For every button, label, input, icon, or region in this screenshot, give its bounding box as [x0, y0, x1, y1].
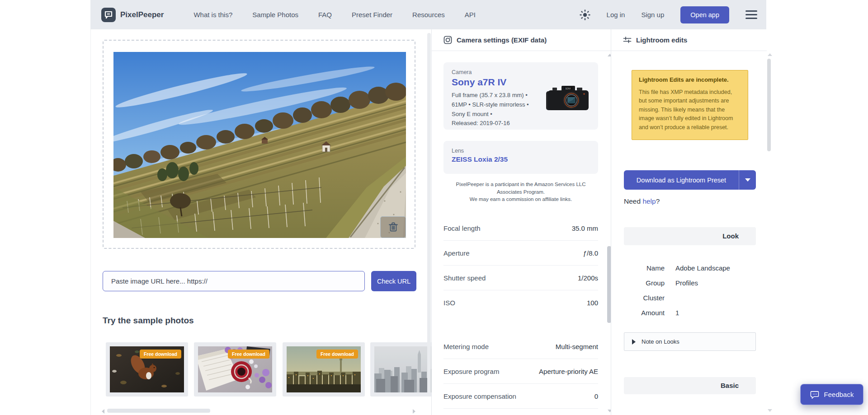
- need-help-text: Need help?: [624, 197, 660, 205]
- download-preset-label: Download as Lightroom Preset: [624, 177, 739, 184]
- samples-heading: Try the sample photos: [103, 316, 194, 326]
- exif-table-secondary: Metering modeMulti-segment Exposure prog…: [443, 334, 598, 409]
- exif-row-exposure-compensation: Exposure compensation0: [443, 384, 598, 409]
- download-options-dropdown[interactable]: [739, 178, 756, 182]
- chevron-down-icon: [745, 178, 750, 182]
- exif-scroll-up-arrow[interactable]: [608, 54, 611, 56]
- trash-icon: [388, 222, 398, 233]
- nav-link-preset-finder[interactable]: Preset Finder: [352, 11, 392, 19]
- camera-icon: [443, 36, 452, 44]
- warning-body: This file has XMP metadata included, but…: [639, 88, 741, 132]
- help-link[interactable]: help: [642, 197, 656, 205]
- uploader-column: Check URL Try the sample photos: [91, 29, 431, 415]
- uploaded-photo-vineyard-landscape: [113, 52, 406, 238]
- exif-row-iso: ISO100: [443, 290, 598, 315]
- open-app-button[interactable]: Open app: [680, 6, 729, 23]
- log-in-link[interactable]: Log in: [607, 11, 625, 19]
- camera-product-image: SONY: [544, 84, 592, 113]
- basic-row-profile-partial: ProfileAdobe Landscape: [624, 411, 756, 415]
- incomplete-edits-warning: Lightroom Edits are incomplete. This fil…: [632, 70, 748, 140]
- svg-text:SONY: SONY: [566, 88, 571, 90]
- sample-photo-city-hazy[interactable]: [370, 342, 431, 396]
- exif-row-exposure-program: Exposure programAperture-priority AE: [443, 359, 598, 384]
- look-section-header: Look: [624, 227, 756, 245]
- samples-horizontal-scrollbar[interactable]: [107, 409, 210, 413]
- exif-vertical-scrollbar[interactable]: [607, 246, 611, 323]
- image-dropzone[interactable]: [103, 40, 415, 249]
- lightroom-header-title: Lightroom edits: [636, 36, 687, 44]
- free-download-badge: Free download: [316, 350, 358, 359]
- basic-section-header: Basic: [624, 377, 756, 394]
- lightroom-column: Lightroom edits Lightroom Edits are inco…: [611, 29, 767, 415]
- camera-label: Camera: [452, 69, 590, 75]
- look-row-cluster: Cluster: [624, 290, 756, 305]
- sign-up-link[interactable]: Sign up: [641, 11, 664, 19]
- nav-link-what-is-this[interactable]: What is this?: [193, 11, 232, 19]
- lens-card: Lens ZEISS Loxia 2/35: [443, 141, 598, 174]
- lightroom-scroll-up-arrow[interactable]: [768, 53, 772, 56]
- theme-toggle-sun-icon[interactable]: [580, 9, 590, 20]
- download-preset-button[interactable]: Download as Lightroom Preset: [624, 170, 756, 190]
- lightroom-scroll-down-arrow[interactable]: [768, 409, 772, 412]
- feedback-label: Feedback: [824, 391, 854, 398]
- uploader-vertical-scrollbar[interactable]: [427, 33, 431, 394]
- brand-name[interactable]: PixelPeeper: [120, 10, 164, 19]
- lens-label: Lens: [452, 148, 590, 154]
- lens-name-link[interactable]: ZEISS Loxia 2/35: [452, 155, 590, 163]
- exif-table-primary: Focal length35.0 mm Apertureƒ/8.0 Shutte…: [443, 216, 598, 315]
- exif-row-focal-length: Focal length35.0 mm: [443, 216, 598, 241]
- exif-row-shutter-speed: Shutter speed1/200s: [443, 266, 598, 290]
- exif-scroll-down-arrow[interactable]: [608, 410, 611, 412]
- exif-header-title: Camera settings (EXIF data): [457, 36, 547, 44]
- hamburger-menu-icon[interactable]: [745, 10, 757, 19]
- pixelpeeper-logo-icon[interactable]: [101, 8, 116, 22]
- exif-row-metering-mode: Metering modeMulti-segment: [443, 334, 598, 359]
- look-row-group: GroupProfiles: [624, 275, 756, 290]
- samples-scroll-right-arrow[interactable]: [413, 409, 415, 414]
- sample-photo-squirrel[interactable]: Free download: [106, 342, 188, 396]
- sliders-icon: [623, 36, 632, 44]
- feedback-chat-icon: [810, 390, 820, 399]
- look-row-name: NameAdobe Landscape: [624, 260, 756, 275]
- note-on-looks-expander[interactable]: Note on Looks: [624, 332, 756, 351]
- exif-column: Camera settings (EXIF data) Camera Sony …: [431, 29, 611, 415]
- lightroom-header: Lightroom edits: [611, 29, 767, 51]
- remove-photo-button[interactable]: [380, 216, 406, 238]
- nav-link-sample-photos[interactable]: Sample Photos: [252, 11, 298, 19]
- main-content: Check URL Try the sample photos: [90, 29, 766, 415]
- logo-glyph: [104, 10, 113, 19]
- affiliate-disclaimer: PixelPeeper is a participant in the Amaz…: [443, 181, 598, 203]
- city-hazy-thumbnail-image: [374, 346, 431, 392]
- expand-arrow-icon: [632, 339, 636, 345]
- note-on-looks-label: Note on Looks: [642, 338, 679, 345]
- check-url-button[interactable]: Check URL: [371, 271, 416, 291]
- free-download-badge: Free download: [140, 350, 181, 359]
- camera-card: Camera Sony a7R IV Full frame (35.7 x 23…: [443, 62, 598, 130]
- navbar: PixelPeeper What is this? Sample Photos …: [90, 0, 766, 29]
- sample-photo-book-coffee[interactable]: Free download: [194, 342, 276, 396]
- nav-links: What is this? Sample Photos FAQ Preset F…: [193, 11, 476, 19]
- warning-title: Lightroom Edits are incomplete.: [639, 76, 741, 83]
- nav-link-resources[interactable]: Resources: [412, 11, 445, 19]
- nav-link-api[interactable]: API: [465, 11, 476, 19]
- samples-scroll-left-arrow[interactable]: [102, 409, 104, 414]
- look-row-amount: Amount1: [624, 305, 756, 320]
- feedback-button[interactable]: Feedback: [800, 384, 863, 405]
- lightroom-vertical-scrollbar[interactable]: [767, 59, 771, 151]
- image-url-input[interactable]: [103, 271, 365, 291]
- free-download-badge: Free download: [228, 350, 269, 359]
- exif-row-aperture: Apertureƒ/8.0: [443, 241, 598, 266]
- exif-header: Camera settings (EXIF data): [432, 29, 611, 51]
- sample-photo-city-sunset[interactable]: Free download: [283, 342, 365, 396]
- nav-link-faq[interactable]: FAQ: [318, 11, 332, 19]
